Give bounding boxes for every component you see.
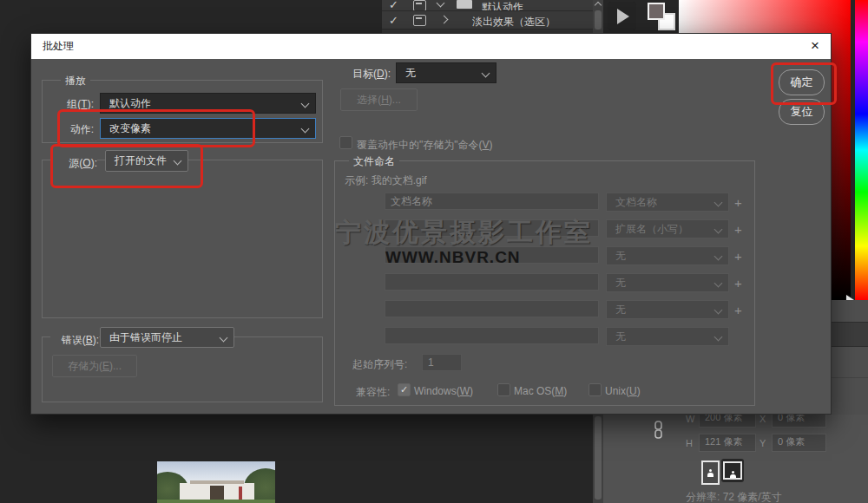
naming-input-1[interactable]	[385, 193, 599, 210]
hue-slider-bar[interactable]	[855, 0, 868, 300]
source-dropdown[interactable]: 打开的文件	[105, 150, 188, 172]
height-field[interactable]: 121 像素	[699, 434, 756, 452]
chevron-down-icon	[301, 99, 310, 108]
windows-checkbox[interactable]: ✓	[398, 383, 411, 396]
naming-input-3[interactable]	[385, 246, 599, 264]
action-dropdown[interactable]: 改变像素	[100, 118, 316, 139]
landscape-orientation-button[interactable]	[721, 459, 744, 482]
photoshop-workspace: ✓ 默认动作 ✓ 淡出效果（选区）	[0, 0, 868, 503]
naming-dropdown-6[interactable]: 无	[606, 327, 729, 346]
y-field[interactable]: 0 像素	[772, 434, 826, 452]
chevron-down-icon	[301, 124, 310, 133]
dialog-titlebar[interactable]: 批处理 ×	[31, 34, 831, 59]
save-as-button[interactable]: 存储为(E)...	[52, 355, 137, 377]
link-dimensions-icon[interactable]	[653, 421, 664, 439]
play-icon	[617, 9, 629, 24]
action-set-dropdown[interactable]: 默认动作	[100, 93, 316, 114]
naming-dropdown-4[interactable]: 无	[606, 273, 729, 292]
naming-input-5[interactable]	[385, 300, 599, 317]
height-label: H	[686, 438, 693, 448]
chevron-down-icon	[482, 69, 490, 77]
scrollbar-thumb[interactable]	[595, 416, 602, 500]
folder-icon	[457, 0, 472, 9]
dialog-toggle-icon[interactable]	[413, 15, 426, 26]
reset-button[interactable]: 复位	[779, 99, 825, 125]
right-panel-strip	[832, 300, 868, 415]
actions-scrollbar[interactable]	[593, 0, 603, 33]
panel-divider	[832, 377, 868, 378]
errors-dropdown[interactable]: 由于错误而停止	[100, 327, 234, 348]
close-icon[interactable]: ×	[805, 36, 825, 56]
x-label: X	[760, 414, 766, 424]
action-name-label[interactable]: 淡出效果（选区）	[472, 15, 556, 29]
chevron-right-icon[interactable]	[440, 16, 449, 24]
actions-panel: ✓ 默认动作 ✓ 淡出效果（选区）	[382, 0, 602, 33]
unix-checkbox[interactable]	[589, 383, 602, 396]
naming-dropdown-1[interactable]: 文档名称	[606, 193, 729, 212]
override-save-as-checkbox[interactable]	[339, 136, 352, 149]
landscape-icon	[723, 461, 742, 480]
dialog-title: 批处理	[43, 39, 74, 54]
portrait-icon	[707, 469, 714, 476]
document-thumbnail-image[interactable]	[157, 461, 275, 503]
item-enabled-check-icon[interactable]: ✓	[389, 0, 398, 11]
naming-input-6[interactable]	[385, 327, 599, 344]
resolution-text: 分辨率: 72 像素/英寸	[686, 490, 782, 503]
document-scrollbar[interactable]	[593, 415, 603, 503]
chevron-down-icon[interactable]	[437, 0, 445, 7]
scrollbar-thumb[interactable]	[595, 10, 602, 29]
naming-input-2[interactable]	[385, 219, 599, 237]
naming-input-4[interactable]	[385, 273, 599, 291]
right-panel-row	[832, 322, 868, 347]
action-row-default-actions[interactable]: ✓ 默认动作	[382, 0, 602, 11]
foreground-color-swatch[interactable]	[648, 3, 665, 20]
item-enabled-check-icon[interactable]: ✓	[389, 14, 398, 27]
macos-checkbox[interactable]	[497, 383, 510, 396]
choose-button[interactable]: 选择(H)...	[340, 88, 418, 111]
action-row-fade-effect[interactable]: ✓ 淡出效果（选区）	[382, 11, 602, 29]
serial-input[interactable]	[422, 354, 462, 371]
play-action-button[interactable]	[608, 2, 636, 30]
scroll-up-icon[interactable]	[594, 2, 601, 9]
ok-button[interactable]: 确定	[779, 69, 825, 95]
dialog-toggle-icon[interactable]	[413, 0, 426, 11]
destination-dropdown[interactable]: 无	[396, 62, 496, 83]
naming-dropdown-2[interactable]: 扩展名（小写）	[606, 219, 729, 238]
naming-dropdown-5[interactable]: 无	[606, 300, 729, 319]
y-label: Y	[760, 438, 766, 448]
portrait-orientation-button[interactable]	[701, 461, 720, 485]
chevron-down-icon	[220, 333, 228, 342]
action-set-label[interactable]: 默认动作	[482, 0, 523, 11]
naming-dropdown-3[interactable]: 无	[606, 246, 729, 265]
width-label: W	[686, 414, 694, 424]
chevron-down-icon	[174, 157, 182, 166]
